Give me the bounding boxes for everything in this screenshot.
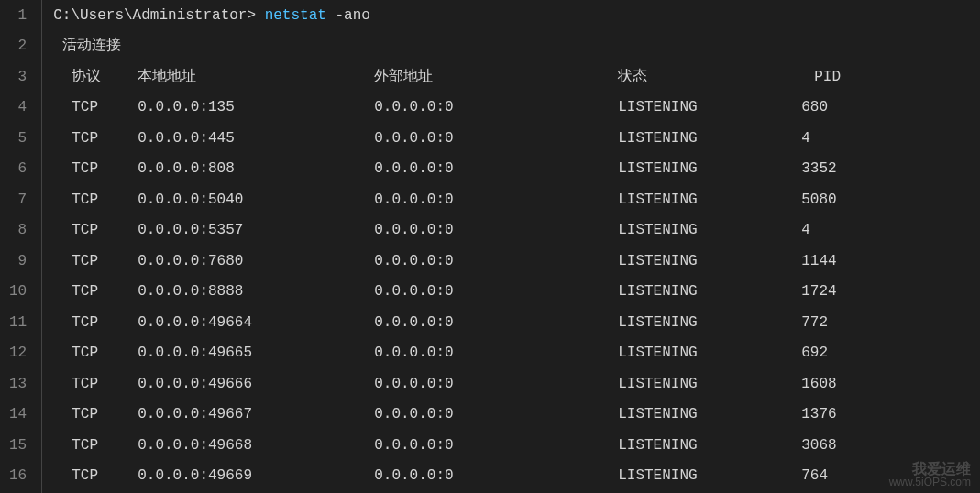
cell-foreign: 0.0.0.0:0: [374, 131, 618, 146]
cell-state: LISTENING: [618, 407, 801, 422]
table-row: TCP0.0.0.0:76800.0.0.0:0LISTENING1144: [53, 246, 980, 277]
cell-pid: 1144: [801, 254, 836, 268]
line-number: 11: [9, 307, 27, 338]
line-number: 9: [9, 246, 27, 277]
cell-foreign: 0.0.0.0:0: [374, 100, 618, 115]
cell-local: 0.0.0.0:49669: [138, 468, 374, 483]
header-foreign: 外部地址: [374, 70, 618, 84]
line-number: 15: [9, 430, 27, 461]
cell-pid: 3352: [801, 161, 836, 176]
terminal-output[interactable]: C:\Users\Administrator> netstat -ano活动连接…: [41, 0, 980, 493]
line-number: 4: [9, 93, 27, 124]
line-number: 2: [9, 31, 27, 62]
cell-local: 0.0.0.0:5357: [138, 223, 374, 237]
cell-local: 0.0.0.0:808: [138, 161, 374, 176]
cell-foreign: 0.0.0.0:0: [374, 223, 618, 237]
table-row: TCP0.0.0.0:88880.0.0.0:0LISTENING1724: [53, 277, 980, 308]
cell-foreign: 0.0.0.0:0: [374, 315, 618, 330]
section-title-line: 活动连接: [53, 31, 980, 62]
line-number: 10: [9, 277, 27, 308]
cell-pid: 1608: [801, 377, 836, 391]
cell-proto: TCP: [72, 284, 138, 299]
cell-state: LISTENING: [618, 345, 801, 360]
header-local: 本地地址: [138, 70, 374, 84]
cell-proto: TCP: [72, 377, 138, 391]
cell-local: 0.0.0.0:49668: [138, 438, 374, 453]
table-row: TCP0.0.0.0:1350.0.0.0:0LISTENING680: [53, 93, 980, 124]
table-row: TCP0.0.0.0:4450.0.0.0:0LISTENING4: [53, 123, 980, 154]
table-row: TCP0.0.0.0:496650.0.0.0:0LISTENING692: [53, 338, 980, 369]
cell-proto: TCP: [72, 161, 138, 176]
line-number-gutter: 12345678910111213141516: [0, 0, 41, 493]
cell-state: LISTENING: [618, 192, 801, 207]
cell-proto: TCP: [72, 192, 138, 207]
line-number: 1: [9, 0, 27, 31]
table-row: TCP0.0.0.0:50400.0.0.0:0LISTENING5080: [53, 184, 980, 215]
column-header-line: 协议本地地址外部地址状态PID: [53, 61, 980, 93]
cell-proto: TCP: [72, 100, 138, 115]
line-number: 14: [9, 400, 27, 431]
cell-proto: TCP: [72, 223, 138, 237]
cell-pid: 772: [801, 315, 828, 330]
table-row: TCP0.0.0.0:496690.0.0.0:0LISTENING764: [53, 461, 980, 492]
cell-pid: 3068: [801, 438, 836, 453]
line-number: 16: [9, 461, 27, 492]
cell-local: 0.0.0.0:49664: [138, 315, 374, 330]
line-number: 6: [9, 154, 27, 185]
cell-foreign: 0.0.0.0:0: [374, 254, 618, 268]
cell-proto: TCP: [72, 131, 138, 146]
line-number: 8: [9, 215, 27, 246]
header-proto: 协议: [72, 70, 138, 84]
cell-proto: TCP: [72, 407, 138, 422]
cell-state: LISTENING: [618, 438, 801, 453]
cell-state: LISTENING: [618, 315, 801, 330]
cell-state: LISTENING: [618, 131, 801, 146]
cell-state: LISTENING: [618, 100, 801, 115]
cell-local: 0.0.0.0:445: [138, 131, 374, 146]
command-args: -ano: [326, 8, 370, 23]
header-pid: PID: [801, 70, 841, 84]
cell-foreign: 0.0.0.0:0: [374, 468, 618, 483]
command-line: C:\Users\Administrator> netstat -ano: [53, 0, 980, 31]
code-editor: 12345678910111213141516 C:\Users\Adminis…: [0, 0, 980, 493]
table-row: TCP0.0.0.0:496640.0.0.0:0LISTENING772: [53, 307, 980, 338]
cell-state: LISTENING: [618, 284, 801, 299]
cell-foreign: 0.0.0.0:0: [374, 192, 618, 207]
cell-pid: 5080: [801, 192, 836, 207]
command-name: netstat: [265, 8, 326, 23]
line-number: 7: [9, 184, 27, 215]
header-state: 状态: [618, 70, 801, 84]
cell-local: 0.0.0.0:8888: [138, 284, 374, 299]
cell-state: LISTENING: [618, 223, 801, 237]
cell-state: LISTENING: [618, 468, 801, 483]
cell-local: 0.0.0.0:5040: [138, 192, 374, 207]
cell-pid: 680: [801, 100, 828, 115]
cell-local: 0.0.0.0:49665: [138, 345, 374, 360]
cell-proto: TCP: [72, 345, 138, 360]
cell-local: 0.0.0.0:49666: [138, 377, 374, 391]
cell-local: 0.0.0.0:49667: [138, 407, 374, 422]
table-row: TCP0.0.0.0:496660.0.0.0:0LISTENING1608: [53, 368, 980, 400]
table-row: TCP0.0.0.0:496670.0.0.0:0LISTENING1376: [53, 400, 980, 431]
prompt-path: C:\Users\Administrator>: [53, 8, 264, 23]
cell-pid: 1724: [801, 284, 836, 299]
cell-pid: 4: [801, 131, 810, 146]
section-title: 活动连接: [53, 38, 121, 53]
cell-state: LISTENING: [618, 161, 801, 176]
line-number: 5: [9, 123, 27, 154]
cell-foreign: 0.0.0.0:0: [374, 345, 618, 360]
cell-local: 0.0.0.0:7680: [138, 254, 374, 268]
cell-proto: TCP: [72, 254, 138, 268]
cell-foreign: 0.0.0.0:0: [374, 438, 618, 453]
cell-foreign: 0.0.0.0:0: [374, 377, 618, 391]
cell-pid: 1376: [801, 407, 836, 422]
line-number: 12: [9, 338, 27, 369]
cell-pid: 764: [801, 468, 828, 483]
cell-pid: 4: [801, 223, 810, 237]
cell-proto: TCP: [72, 315, 138, 330]
table-row: TCP0.0.0.0:53570.0.0.0:0LISTENING4: [53, 215, 980, 246]
line-number: 3: [9, 61, 27, 93]
cell-foreign: 0.0.0.0:0: [374, 407, 618, 422]
cell-foreign: 0.0.0.0:0: [374, 161, 618, 176]
table-row: TCP0.0.0.0:8080.0.0.0:0LISTENING3352: [53, 154, 980, 185]
